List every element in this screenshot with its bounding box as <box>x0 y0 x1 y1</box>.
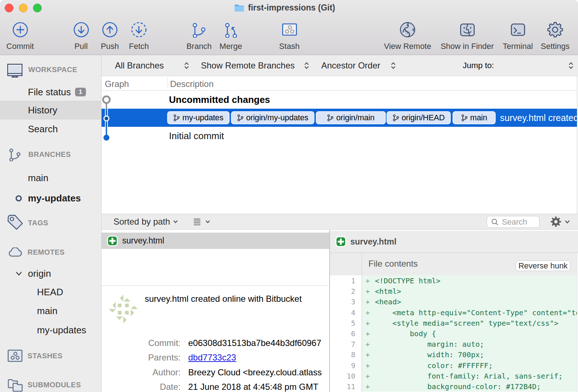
parent-commit-link[interactable]: dbd7733c23 <box>188 353 236 362</box>
file-list-row[interactable]: survey.html <box>102 233 329 249</box>
branch-pill-icon <box>461 114 468 121</box>
commit-button[interactable]: Commit <box>3 20 37 51</box>
added-sign: + <box>366 287 370 296</box>
detail-row-author: Author: Breezy Cloud <breezy.cloud.atlas… <box>102 365 329 380</box>
sourcetree-window: first-impressions (Git) Commit Pull Push <box>0 0 578 392</box>
column-graph[interactable]: Graph <box>105 79 129 89</box>
column-description[interactable]: Description <box>170 79 214 89</box>
search-label: Search <box>28 124 58 135</box>
sidebar-item-file-status[interactable]: File status 1 <box>0 87 102 97</box>
remote-filter-dropdown[interactable]: Show Remote Branches <box>201 55 309 76</box>
sidebar-section-branches: BRANCHES <box>0 149 102 160</box>
list-view-icon <box>194 218 201 225</box>
column-divider[interactable] <box>168 78 168 89</box>
diff-line[interactable]: 2+<html> <box>330 286 578 296</box>
view-remote-button[interactable]: View Remote <box>383 20 432 51</box>
branch-pill-my-updates[interactable]: my-updates <box>167 111 230 124</box>
fetch-button[interactable]: Fetch <box>124 20 153 51</box>
gear-icon <box>547 21 563 38</box>
diff-line[interactable]: 5+ <style media="screen" type="text/css"… <box>330 318 578 328</box>
pill-label: origin/main <box>336 113 374 122</box>
diff-line[interactable]: 11+ background-color: #172B4D; <box>330 381 578 392</box>
branch-filter-dropdown[interactable]: All Branches <box>115 55 189 76</box>
order-filter-dropdown[interactable]: Ancestor Order <box>321 55 396 76</box>
diff-settings-dropdown[interactable] <box>550 214 570 229</box>
close-button[interactable] <box>5 4 13 12</box>
merge-button[interactable]: Merge <box>219 20 243 51</box>
push-button[interactable]: Push <box>95 20 124 51</box>
toolbar: first-impressions (Git) Commit Pull Push <box>0 0 578 55</box>
added-sign: + <box>366 319 370 328</box>
stashes-icon <box>8 350 22 362</box>
sidebar-remote-origin[interactable]: origin <box>0 268 102 279</box>
jump-to-dropdown[interactable]: Jump to: <box>463 55 494 76</box>
branch-main-label: main <box>28 172 48 184</box>
gear-solid-icon <box>550 216 561 227</box>
show-in-finder-button[interactable]: Show in Finder <box>439 20 495 51</box>
tags-header: TAGS <box>28 219 48 227</box>
diff-line[interactable]: 8+ width: 700px; <box>330 349 578 360</box>
diff-line[interactable]: 10+ font-family: Arial, sans-serif; <box>330 371 578 381</box>
chevron-down-icon[interactable] <box>16 271 22 276</box>
branch-pill-main[interactable]: main <box>453 111 496 124</box>
search-icon <box>491 218 499 226</box>
jump-to-chevron[interactable] <box>568 55 574 76</box>
sidebar-remote-my-updates[interactable]: my-updates <box>0 325 102 335</box>
sidebar-section-stashes: STASHES <box>0 350 102 361</box>
commit-row-selected[interactable]: my-updates origin/my-updates <box>102 109 578 127</box>
branch-pill-origin-head[interactable]: origin/HEAD <box>387 111 451 124</box>
toolbar-icon-wrap <box>501 20 534 39</box>
diff-line[interactable]: 1+<!DOCTYPE html> <box>330 275 578 286</box>
detail-row-date: Date: 21 June 2018 at 4:45:48 pm GMT <box>102 380 329 392</box>
sidebar-item-search[interactable]: Search <box>0 124 102 134</box>
settings-label: Settings <box>539 42 571 51</box>
diff-file-header[interactable]: survey.html <box>330 231 578 253</box>
git-merge-icon <box>223 22 239 38</box>
search-input[interactable]: Search <box>487 216 540 228</box>
globe-icon <box>399 21 416 38</box>
commit-row-uncommitted[interactable]: Uncommitted changes <box>102 91 578 109</box>
file-added-icon <box>336 237 346 247</box>
stash-button[interactable]: Stash <box>278 20 301 51</box>
titlebar: first-impressions (Git) <box>234 3 335 14</box>
branch-button[interactable]: Branch <box>185 20 213 51</box>
filter-bar: All Branches Show Remote Branches Ancest… <box>102 55 578 76</box>
diff-line[interactable]: 4+ <meta http-equiv="Content-Type" conte… <box>330 307 578 318</box>
sidebar-branch-main[interactable]: main <box>0 172 102 183</box>
settings-button[interactable]: Settings <box>539 20 571 51</box>
added-sign: + <box>366 361 370 370</box>
fetch-label: Fetch <box>124 42 153 51</box>
stashes-header: STASHES <box>28 352 62 360</box>
branch-my-updates-label: my-updates <box>28 193 81 204</box>
branch-pill-origin-main[interactable]: origin/main <box>316 111 386 124</box>
commit-message-cell: survey.html created online with Bitbucke… <box>500 109 578 127</box>
diff-line[interactable]: 7+ margin: auto; <box>330 339 578 349</box>
sidebar-remote-main[interactable]: main <box>0 305 102 316</box>
pull-button[interactable]: Pull <box>67 20 95 51</box>
commit-row-initial[interactable]: Initial commit <box>102 127 578 145</box>
sidebar-branch-my-updates[interactable]: my-updates <box>0 193 102 204</box>
workspace-header: WORKSPACE <box>28 66 77 74</box>
chevron-down-icon <box>205 220 210 224</box>
detail-row-commit: Commit: e06308d31513ba7be44b3df60967 <box>102 335 329 350</box>
line-number: 8 <box>330 350 355 359</box>
author-field-label: Author: <box>102 367 181 378</box>
commit-label: Commit <box>3 42 37 51</box>
sidebar-remote-head[interactable]: HEAD <box>0 287 102 297</box>
pill-label: my-updates <box>182 113 223 122</box>
view-mode-dropdown[interactable] <box>194 214 210 229</box>
diff-line[interactable]: 3+<head> <box>330 296 578 307</box>
toolbar-icon-wrap <box>124 20 153 39</box>
sidebar-item-history[interactable]: History <box>0 105 102 116</box>
diff-line[interactable]: 6+ body { <box>330 328 578 339</box>
terminal-button[interactable]: Terminal <box>501 20 534 51</box>
diff-line[interactable]: 9+ color: #FFFFFF; <box>330 360 578 371</box>
sidebar: WORKSPACE File status 1 History Search B… <box>0 55 102 392</box>
pill-label: main <box>470 113 487 122</box>
branch-pill-origin-my-updates[interactable]: origin/my-updates <box>231 111 314 124</box>
reverse-hunk-button[interactable]: Reverse hunk <box>516 260 570 271</box>
zoom-button[interactable] <box>33 4 42 12</box>
minimize-button[interactable] <box>19 4 28 12</box>
gutter-divider <box>362 253 362 392</box>
sort-dropdown[interactable]: Sorted by path <box>113 214 178 229</box>
